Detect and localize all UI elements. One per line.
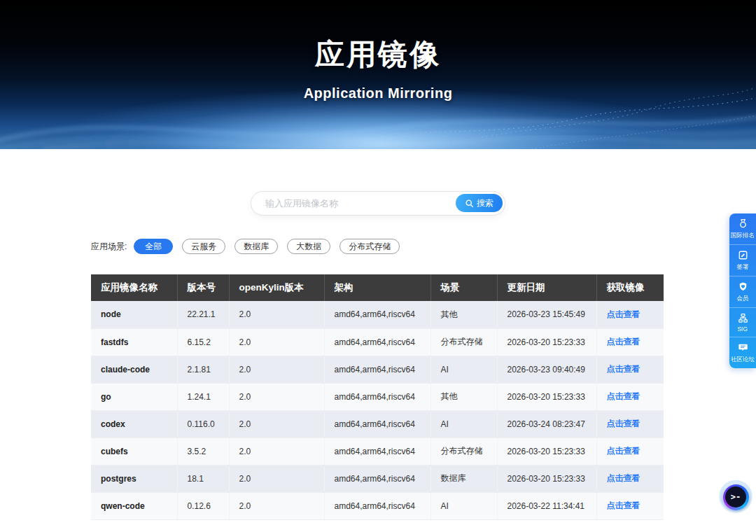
cell-name: qwen-code — [91, 492, 177, 519]
table-header-row: 应用镜像名称版本号openKylin版本架构场景更新日期获取镜像 — [91, 274, 664, 301]
filter-chip-1[interactable]: 云服务 — [182, 239, 225, 254]
cell-openkylin-version: 2.0 — [229, 383, 324, 410]
medal-icon — [738, 218, 748, 229]
cell-openkylin-version: 2.0 — [229, 465, 324, 492]
cell-name: go — [91, 383, 177, 410]
view-image-link[interactable]: 点击查看 — [607, 419, 640, 428]
cell-updated: 2026-03-20 15:23:33 — [497, 438, 596, 465]
hero-banner: 应用镜像 Application Mirroring — [0, 0, 756, 149]
search-icon — [465, 199, 474, 208]
table-row: go1.24.12.0amd64,arm64,riscv64其他2026-03-… — [91, 383, 664, 410]
cell-openkylin-version: 2.0 — [229, 328, 324, 356]
view-image-link[interactable]: 点击查看 — [607, 391, 640, 401]
column-header: 获取镜像 — [596, 274, 664, 301]
cell-action: 点击查看 — [596, 465, 664, 492]
cell-scene: 其他 — [430, 301, 497, 328]
cell-name: fastdfs — [91, 328, 177, 356]
filter-chip-4[interactable]: 分布式存储 — [340, 239, 400, 254]
search-button[interactable]: 搜索 — [456, 194, 503, 212]
table-row: claude-code2.1.812.0amd64,arm64,riscv64A… — [91, 356, 664, 383]
sidebar-item-label: 社区论坛 — [731, 355, 755, 363]
view-image-link[interactable]: 点击查看 — [607, 473, 640, 483]
assistant-gradient-ring: >- — [723, 484, 749, 510]
sidebar-item-1[interactable]: 签署 — [729, 244, 756, 276]
filter-chip-3[interactable]: 大数据 — [287, 239, 330, 254]
view-image-link[interactable]: 点击查看 — [607, 309, 640, 319]
filter-chip-0[interactable]: 全部 — [134, 239, 173, 254]
cell-updated: 2026-03-23 09:40:49 — [497, 356, 596, 383]
cell-arch: amd64,arm64,riscv64 — [324, 492, 430, 519]
page-subtitle: Application Mirroring — [0, 85, 756, 102]
cell-action: 点击查看 — [596, 383, 664, 410]
cell-version: 0.12.6 — [177, 492, 229, 519]
cell-name: node — [91, 301, 177, 328]
search-bar: 搜索 — [251, 191, 505, 216]
cell-openkylin-version: 2.0 — [229, 356, 324, 383]
view-image-link[interactable]: 点击查看 — [607, 446, 640, 456]
cell-name: postgres — [91, 465, 177, 492]
table-row: node22.21.12.0amd64,arm64,riscv64其他2026-… — [91, 301, 664, 328]
cell-version: 0.116.0 — [177, 410, 229, 438]
cell-action: 点击查看 — [596, 410, 664, 438]
cell-arch: amd64,arm64,riscv64 — [324, 410, 430, 438]
cell-version: 18.1 — [177, 465, 229, 492]
view-image-link[interactable]: 点击查看 — [607, 337, 640, 346]
column-header: 应用镜像名称 — [91, 274, 177, 301]
table-row: postgres18.12.0amd64,arm64,riscv64数据库202… — [91, 465, 664, 492]
column-header: 场景 — [430, 274, 497, 301]
cell-version: 1.24.1 — [177, 383, 229, 410]
cell-updated: 2026-03-20 15:23:33 — [497, 465, 596, 492]
cell-version: 6.15.2 — [177, 328, 229, 356]
cell-scene: AI — [430, 410, 497, 438]
cell-version: 3.5.2 — [177, 438, 229, 465]
sidebar-item-label: 会员 — [736, 294, 748, 302]
view-image-link[interactable]: 点击查看 — [607, 364, 640, 374]
cell-arch: amd64,arm64,riscv64 — [324, 438, 430, 465]
sidebar-item-2[interactable]: 会员 — [729, 276, 756, 307]
cell-updated: 2026-03-20 15:23:33 — [497, 328, 596, 356]
scene-filter-row: 应用场景: 全部云服务数据库大数据分布式存储 — [91, 239, 756, 254]
cell-name: claude-code — [91, 356, 177, 383]
sidebar-item-3[interactable]: SIG — [729, 307, 756, 337]
ai-assistant-button[interactable]: >- — [719, 480, 752, 514]
cell-updated: 2026-03-22 11:34:41 — [497, 492, 596, 519]
cell-action: 点击查看 — [596, 301, 664, 328]
sidebar-item-4[interactable]: 社区论坛 — [729, 337, 756, 368]
sidebar-item-label: 国际排名 — [731, 231, 755, 239]
cell-openkylin-version: 2.0 — [229, 492, 324, 519]
sig-icon — [738, 313, 748, 323]
view-image-link[interactable]: 点击查看 — [607, 500, 640, 510]
sidebar-item-label: SIG — [738, 326, 748, 332]
cell-openkylin-version: 2.0 — [229, 410, 324, 438]
cell-scene: 数据库 — [430, 465, 497, 492]
terminal-prompt-icon: >- — [725, 486, 746, 507]
cell-version: 2.1.81 — [177, 356, 229, 383]
cell-arch: amd64,arm64,riscv64 — [324, 356, 430, 383]
search-button-label: 搜索 — [477, 197, 493, 209]
filter-chip-2[interactable]: 数据库 — [234, 239, 278, 254]
cell-name: codex — [91, 410, 177, 438]
cell-arch: amd64,arm64,riscv64 — [324, 383, 430, 410]
table-row: codex0.116.02.0amd64,arm64,riscv64AI2026… — [91, 410, 664, 438]
table-row: qwen-code0.12.62.0amd64,arm64,riscv64AI2… — [91, 492, 664, 519]
floating-sidebar: 国际排名签署会员SIG社区论坛 — [729, 214, 756, 368]
cell-scene: AI — [430, 356, 497, 383]
column-header: 版本号 — [177, 274, 229, 301]
cell-scene: 分布式存储 — [430, 438, 497, 465]
cell-openkylin-version: 2.0 — [229, 301, 324, 328]
table-row: fastdfs6.15.22.0amd64,arm64,riscv64分布式存储… — [91, 328, 664, 356]
cell-arch: amd64,arm64,riscv64 — [324, 465, 430, 492]
cell-action: 点击查看 — [596, 328, 664, 356]
page-title: 应用镜像 — [0, 35, 756, 74]
filter-label: 应用场景: — [91, 241, 127, 253]
cell-scene: 其他 — [430, 383, 497, 410]
cell-action: 点击查看 — [596, 356, 664, 383]
cell-scene: AI — [430, 492, 497, 519]
table-row: cubefs3.5.22.0amd64,arm64,riscv64分布式存储20… — [91, 438, 664, 465]
cell-updated: 2026-03-24 08:23:47 — [497, 410, 596, 438]
column-header: 更新日期 — [497, 274, 596, 301]
sidebar-item-label: 签署 — [736, 262, 748, 271]
cell-updated: 2026-03-23 15:45:49 — [497, 301, 596, 328]
cell-version: 22.21.1 — [177, 301, 229, 328]
sidebar-item-0[interactable]: 国际排名 — [729, 214, 756, 244]
